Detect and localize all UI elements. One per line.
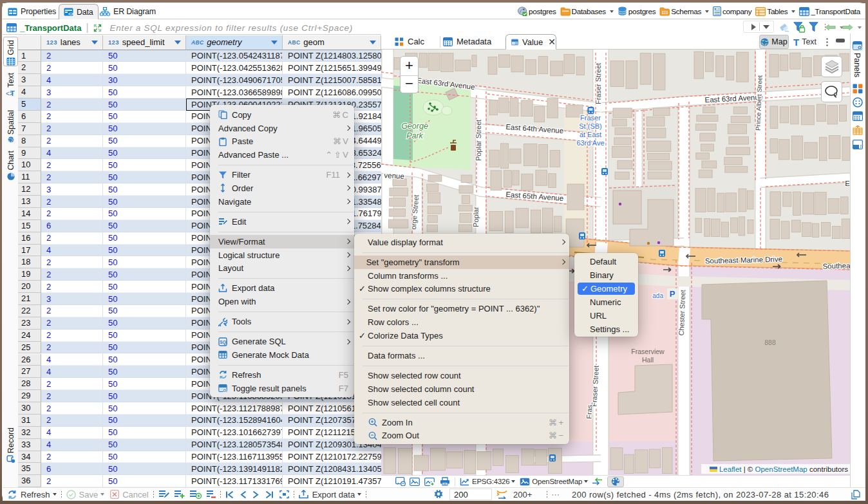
svg-text:SQL: SQL bbox=[220, 340, 227, 345]
svg-text:Poplar: Poplar bbox=[472, 207, 480, 227]
svg-text:Park: Park bbox=[406, 131, 423, 140]
svg-text:George: George bbox=[401, 122, 428, 131]
svg-text:Poplar Street: Poplar Street bbox=[475, 120, 482, 161]
svg-text:at East: at East bbox=[580, 131, 601, 138]
svg-text:Fras: Fras bbox=[585, 404, 593, 419]
svg-text:Hall: Hall bbox=[642, 356, 654, 364]
svg-text:E: E bbox=[845, 180, 850, 187]
svg-text:888: 888 bbox=[764, 339, 776, 346]
svg-text:Fraser: Fraser bbox=[580, 114, 601, 122]
svg-text:Chester Street: Chester Street bbox=[677, 290, 686, 335]
svg-text:Fraserview: Fraserview bbox=[631, 348, 665, 355]
svg-text:St (SB): St (SB) bbox=[579, 122, 601, 130]
svg-text:T: T bbox=[10, 89, 15, 97]
svg-text:Southeas: Southeas bbox=[822, 261, 850, 270]
svg-text:ada: ada bbox=[652, 292, 663, 299]
svg-text:venue: venue bbox=[384, 171, 404, 180]
svg-text:<>: <> bbox=[68, 12, 73, 16]
svg-text:P: P bbox=[670, 289, 675, 299]
svg-text:63rd Ave: 63rd Ave bbox=[576, 139, 604, 147]
svg-text:Fraser Street: Fraser Street bbox=[594, 63, 602, 104]
